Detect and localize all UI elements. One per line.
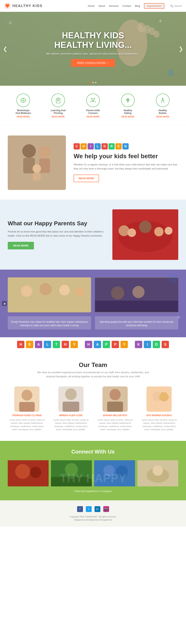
doodle-spiral: 🌀 bbox=[167, 69, 174, 76]
parents-section: What our Happy Parents Say Parents let u… bbox=[0, 200, 186, 270]
parents-photo bbox=[112, 209, 178, 260]
nav-contact[interactable]: Contact bbox=[122, 4, 131, 8]
svg-rect-39 bbox=[112, 209, 178, 260]
learning-icon bbox=[51, 94, 65, 107]
connect-instagram-caption: Follow @orangetheme on Instagram bbox=[8, 490, 178, 492]
parent-child-read-more[interactable]: READ MORE bbox=[78, 116, 108, 118]
purple-caption-1: Family Preventive care makes for healthi… bbox=[8, 316, 91, 330]
team-name-4: DAS MARINA KOUSKU bbox=[140, 414, 179, 417]
linkedin-icon[interactable]: in bbox=[94, 506, 100, 512]
hero-cta-button[interactable]: FREE CONSULTATION → bbox=[71, 59, 115, 67]
eating-label: HealthyEating bbox=[112, 109, 143, 114]
hhk-l1: L bbox=[44, 341, 51, 348]
connect-title: Connect With Us bbox=[8, 449, 178, 455]
purple-photo-2 bbox=[95, 278, 178, 312]
svg-rect-51 bbox=[95, 278, 178, 312]
logo[interactable]: HEALTHY KIDS bbox=[4, 2, 42, 9]
tag-r: R bbox=[108, 143, 115, 150]
twitter-icon[interactable]: t bbox=[86, 506, 92, 512]
hhk-space-1 bbox=[80, 341, 83, 348]
hero-dot-2[interactable] bbox=[92, 82, 94, 84]
connect-photo-4 bbox=[137, 460, 178, 487]
purple-caption-2-text: Spending quality time with your child do… bbox=[97, 320, 176, 327]
hhk-e1: E bbox=[26, 341, 33, 348]
children-tag: C H I L D R E N bbox=[74, 143, 178, 150]
purple-photo-2-svg bbox=[95, 278, 178, 312]
team-title: Our Team bbox=[8, 361, 178, 368]
team-member-1: THOMASA KISKU CLARKE Lorem ipsum dolor s… bbox=[8, 386, 46, 431]
hero-title-line2: HEALTHY LIVING... bbox=[46, 40, 140, 50]
purple-captions: Family Preventive care makes for healthi… bbox=[8, 316, 178, 330]
hero-prev-button[interactable]: ❮ bbox=[3, 46, 7, 52]
svg-point-17 bbox=[91, 98, 93, 100]
svg-point-22 bbox=[126, 98, 129, 102]
hero-next-button[interactable]: ❯ bbox=[179, 46, 183, 52]
team-name-3: JOHANA MILLER ROY bbox=[96, 414, 134, 417]
hhk-space-2 bbox=[129, 341, 133, 348]
connect-photo-3 bbox=[94, 460, 135, 487]
svg-point-7 bbox=[22, 99, 24, 101]
instagram-icon[interactable]: 📷 bbox=[103, 506, 109, 512]
eating-icon bbox=[121, 94, 135, 107]
hhk-k1: K bbox=[135, 341, 142, 348]
hhk-y2: Y bbox=[120, 341, 128, 348]
svg-line-20 bbox=[92, 100, 93, 100]
logo-text: HEALTHY KIDS bbox=[12, 4, 42, 8]
purple-caption-2: Spending quality time with your child do… bbox=[95, 316, 178, 330]
search-button[interactable]: 🔍 Search bbox=[170, 4, 182, 8]
hero-content: HEALTHY KIDS HEALTHY LIVING... We delive… bbox=[46, 31, 140, 67]
bodies-read-more[interactable]: READ MORE bbox=[147, 116, 178, 118]
svg-point-65 bbox=[164, 392, 167, 396]
tag-n: N bbox=[122, 143, 129, 150]
team-bio-2: Lorem ipsum dolor sit amet, metus at mas… bbox=[52, 418, 90, 431]
icon-item-parent-child: Parent-childConnect READ MORE bbox=[76, 92, 110, 120]
doodle-sun: ☀ bbox=[8, 20, 13, 26]
svg-rect-69 bbox=[8, 460, 49, 486]
nav-about[interactable]: About bbox=[98, 4, 105, 8]
nav-home[interactable]: Home bbox=[88, 4, 94, 8]
learning-read-more[interactable]: READ MORE bbox=[43, 116, 74, 118]
svg-line-21 bbox=[93, 100, 94, 100]
svg-point-16 bbox=[58, 98, 59, 98]
eating-read-more[interactable]: READ MORE bbox=[112, 116, 143, 118]
footer: f t in 📷 Copyright 2018 "HealthyKids". A… bbox=[0, 500, 186, 527]
connect-photo-2 bbox=[51, 460, 92, 487]
parents-read-more-button[interactable]: READ MORE bbox=[8, 242, 34, 250]
team-member-2: MIREKA ALBA CUSE Lorem ipsum dolor sit a… bbox=[52, 386, 90, 431]
team-photo-1 bbox=[14, 386, 40, 412]
bodies-icon bbox=[156, 94, 170, 107]
footer-dev: Designed & Developed by Orangetheme bbox=[4, 518, 182, 521]
hhk-p1: P bbox=[103, 341, 110, 348]
svg-point-6 bbox=[154, 31, 160, 38]
purple-photo-1 bbox=[8, 278, 91, 312]
family-svg bbox=[8, 136, 66, 190]
team-desc: We have an excellent experienced team of… bbox=[35, 370, 151, 379]
icon-row-section: WorkshopsAnd Webinars READ MORE Learning… bbox=[0, 86, 186, 126]
appointment-button[interactable]: Appointment bbox=[144, 3, 164, 9]
team-bio-4: Lorem ipsum dolor sit amet, metus at mas… bbox=[140, 418, 179, 431]
svg-rect-57 bbox=[63, 402, 79, 412]
search-label: Search bbox=[174, 4, 182, 8]
team-bio-1: Lorem ipsum dolor sit amet, metus at mas… bbox=[8, 418, 46, 431]
hhk-y1: Y bbox=[71, 341, 78, 348]
logo-icon bbox=[4, 2, 11, 9]
team-name-1: THOMASA KISKU CLARKE bbox=[8, 414, 46, 417]
nav-blog[interactable]: Blog bbox=[135, 4, 140, 8]
hero-title: HEALTHY KIDS HEALTHY LIVING... bbox=[46, 31, 140, 50]
purple-prev-button[interactable]: ◀ bbox=[2, 301, 7, 306]
svg-point-53 bbox=[21, 390, 32, 401]
hhk-a1: A bbox=[35, 341, 42, 348]
nav-services[interactable]: Services bbox=[109, 4, 119, 8]
tag-c: C bbox=[74, 143, 80, 150]
svg-rect-60 bbox=[107, 402, 123, 412]
facebook-icon[interactable]: f bbox=[77, 506, 83, 512]
hero-dot-1[interactable] bbox=[90, 82, 91, 84]
children-desc: Whether it's a regular checkup, or a vis… bbox=[74, 163, 178, 171]
tag-h: H bbox=[81, 143, 87, 150]
hero-dot-3[interactable] bbox=[95, 82, 96, 84]
children-read-more-button[interactable]: READ MORE bbox=[74, 174, 99, 182]
team-photo-3 bbox=[102, 386, 128, 412]
workshops-read-more[interactable]: READ MORE bbox=[8, 116, 39, 118]
svg-point-64 bbox=[161, 392, 164, 396]
hhk-p2: P bbox=[112, 341, 119, 348]
